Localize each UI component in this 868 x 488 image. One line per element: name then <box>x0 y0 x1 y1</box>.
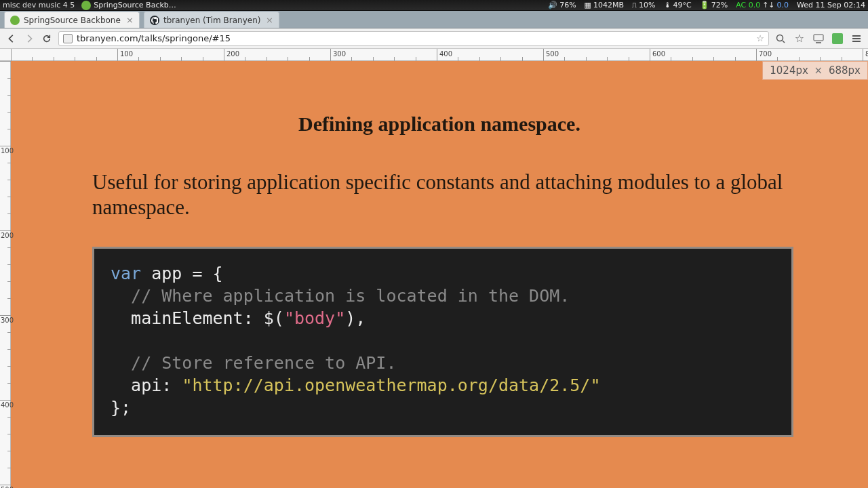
svg-point-0 <box>777 35 783 41</box>
code-text: ), <box>345 308 366 328</box>
browser-tabstrip: SpringSource Backbone × tbranyen (Tim Br… <box>0 11 868 28</box>
net-indicator: AC 0.0 ↑↓ 0.0 <box>736 1 789 9</box>
spring-icon <box>10 16 20 25</box>
spring-icon <box>81 1 91 10</box>
memory-value: 1042MB <box>593 1 624 9</box>
browser-toolbar: tbranyen.com/talks/springone/#15 ☆ ☆ <box>0 28 868 49</box>
code-keyword: var <box>111 264 141 283</box>
code-block: var app = { // Where application is loca… <box>92 247 793 437</box>
viewport-size-badge: 1024px × 688px <box>762 61 868 80</box>
forward-button <box>23 33 35 45</box>
url-bar[interactable]: tbranyen.com/talks/springone/#15 ☆ <box>58 31 769 46</box>
code-string: "body" <box>284 308 345 328</box>
reload-icon <box>42 34 52 43</box>
code-text: app = { <box>141 264 222 283</box>
page-icon <box>63 34 73 43</box>
os-taskbar: misc dev music 4 5 SpringSource Backb… 🔊… <box>0 0 868 11</box>
browser-tab-active[interactable]: SpringSource Backbone × <box>4 12 140 28</box>
reload-button[interactable] <box>41 33 53 45</box>
net-down: AC 0.0 <box>736 1 760 9</box>
code-comment: // Store reference to API. <box>131 353 396 373</box>
os-taskbar-right: 🔊 76% ▦ 1042MB ⎍ 10% 🌡 49°C 🔋 72% AC 0.0… <box>548 1 865 9</box>
menu-icon[interactable] <box>850 33 863 45</box>
speaker-icon: 🔊 <box>548 1 557 9</box>
clock[interactable]: Wed 11 Sep 02:14 <box>797 1 865 9</box>
temp-value: 49°C <box>673 1 692 9</box>
cpu-value: 10% <box>639 1 655 9</box>
battery-indicator: 🔋 72% <box>700 1 728 9</box>
workspace-switcher[interactable]: misc dev music 4 5 <box>3 1 75 9</box>
bookmark-icon[interactable]: ☆ <box>793 33 806 45</box>
toolbar-actions: ☆ <box>774 33 863 45</box>
devtool-ruler-area: 100200300400500600700800 100200300400500… <box>0 49 868 488</box>
code-comment: // Where application is located in the D… <box>131 286 570 306</box>
url-text: tbranyen.com/talks/springone/#15 <box>77 33 752 43</box>
star-icon[interactable]: ☆ <box>756 33 764 43</box>
slide-subtitle: Useful for storing application specific … <box>92 169 787 220</box>
arrow-right-icon <box>24 34 34 43</box>
net-arrows-icon: ↑↓ <box>762 1 774 9</box>
arrow-left-icon <box>7 34 16 43</box>
memory-indicator: ▦ 1042MB <box>585 1 624 9</box>
active-app[interactable]: SpringSource Backb… <box>81 1 176 10</box>
tab-label: tbranyen (Tim Branyen) <box>163 16 261 25</box>
battery-value: 72% <box>711 1 728 9</box>
battery-icon: 🔋 <box>700 1 709 9</box>
svg-rect-1 <box>814 35 823 41</box>
browser-tab-inactive[interactable]: tbranyen (Tim Branyen) × <box>144 12 279 28</box>
times-icon: × <box>814 64 823 77</box>
slide: Defining application namespace. Useful f… <box>11 61 868 488</box>
back-button[interactable] <box>5 33 18 45</box>
cpu-icon: ⎍ <box>632 1 637 9</box>
volume-value: 76% <box>559 1 576 9</box>
chip-icon: ▦ <box>585 1 591 9</box>
net-up: 0.0 <box>777 1 789 9</box>
slide-title: Defining application namespace. <box>11 113 868 136</box>
volume-indicator[interactable]: 🔊 76% <box>548 1 576 9</box>
devtools-icon[interactable] <box>812 33 825 45</box>
thermometer-icon: 🌡 <box>664 1 671 9</box>
github-icon <box>150 16 159 25</box>
search-icon[interactable] <box>774 33 787 45</box>
ruler-vertical: 100200300400500 <box>0 61 11 488</box>
code-text: api: <box>131 375 182 395</box>
code-string: "http://api.openweathermap.org/data/2.5/… <box>182 375 600 395</box>
close-icon[interactable]: × <box>126 15 134 25</box>
code-text: mainElement: $( <box>131 308 284 328</box>
temp-indicator: 🌡 49°C <box>664 1 692 9</box>
code-text: }; <box>111 398 131 418</box>
close-icon[interactable]: × <box>266 15 273 25</box>
viewport-height: 688px <box>829 64 861 77</box>
tab-label: SpringSource Backbone <box>24 16 121 25</box>
viewport-width: 1024px <box>770 64 808 77</box>
active-app-title: SpringSource Backb… <box>94 1 176 9</box>
page-viewport: Defining application namespace. Useful f… <box>11 61 868 488</box>
ruler-horizontal: 100200300400500600700800 <box>0 49 868 61</box>
cpu-indicator: ⎍ 10% <box>632 1 655 9</box>
os-taskbar-left: misc dev music 4 5 SpringSource Backb… <box>3 1 176 10</box>
extension-icon[interactable] <box>831 33 844 45</box>
